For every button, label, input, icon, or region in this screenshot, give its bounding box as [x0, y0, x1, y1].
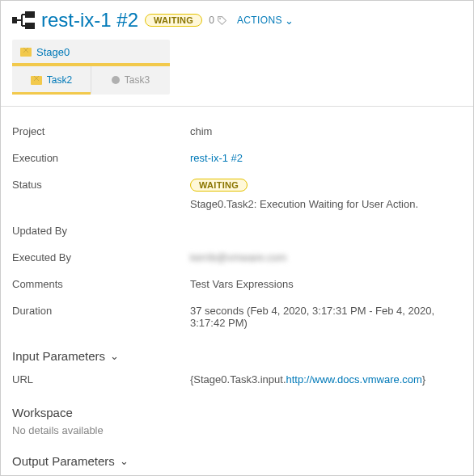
- stage-header[interactable]: Stage0: [12, 40, 170, 66]
- execution-link[interactable]: rest-ix-1 #2: [190, 152, 243, 164]
- pipeline-icon: [12, 11, 35, 30]
- status-badge: WAITING: [145, 14, 202, 27]
- svg-point-3: [219, 18, 221, 19]
- svg-rect-0: [12, 17, 17, 23]
- url-value: {Stage0.Task3.input.http://www.docs.vmwa…: [190, 373, 425, 385]
- task-tab-task2[interactable]: Task2: [12, 66, 91, 95]
- envelope-icon: [20, 48, 32, 57]
- svg-rect-1: [25, 11, 35, 18]
- tag-count: 0: [209, 15, 227, 26]
- envelope-icon: [31, 76, 42, 85]
- status-label: Status: [12, 179, 190, 191]
- actions-menu[interactable]: ACTIONS ⌄: [237, 15, 294, 26]
- tag-icon: [217, 15, 227, 26]
- executed-by-value: kerrib@vmware.com: [190, 251, 286, 263]
- duration-value: 37 seconds (Feb 4, 2020, 3:17:31 PM - Fe…: [190, 305, 462, 329]
- chevron-down-icon: ⌄: [285, 15, 294, 26]
- status-badge-inline: WAITING: [190, 179, 248, 192]
- duration-label: Duration: [12, 305, 190, 317]
- comments-value: Test Vars Expressions: [190, 278, 294, 290]
- stage-card: Stage0 Task2 Task3: [12, 40, 170, 95]
- executed-by-label: Executed By: [12, 251, 190, 263]
- task-tab-task3[interactable]: Task3: [91, 66, 170, 95]
- workspace-heading: Workspace: [12, 393, 462, 423]
- url-link[interactable]: http://www.docs.vmware.com: [286, 373, 422, 385]
- project-value: chim: [190, 125, 212, 137]
- comments-label: Comments: [12, 278, 190, 290]
- svg-rect-2: [25, 23, 35, 29]
- status-text: Stage0.Task2: Execution Waiting for User…: [190, 198, 418, 210]
- updated-by-label: Updated By: [12, 225, 190, 237]
- url-label: URL: [12, 373, 190, 385]
- chevron-down-icon: ⌄: [110, 351, 119, 361]
- project-label: Project: [12, 125, 190, 137]
- input-parameters-toggle[interactable]: Input Parameters ⌄: [12, 336, 462, 366]
- stage-label: Stage0: [36, 46, 70, 58]
- output-parameters-toggle[interactable]: Output Parameters ⌄: [12, 441, 462, 471]
- execution-label: Execution: [12, 152, 190, 164]
- dot-icon: [112, 76, 120, 84]
- page-title: rest-ix-1 #2: [41, 9, 138, 32]
- chevron-down-icon: ⌄: [120, 456, 129, 466]
- workspace-empty: No details available: [12, 423, 462, 441]
